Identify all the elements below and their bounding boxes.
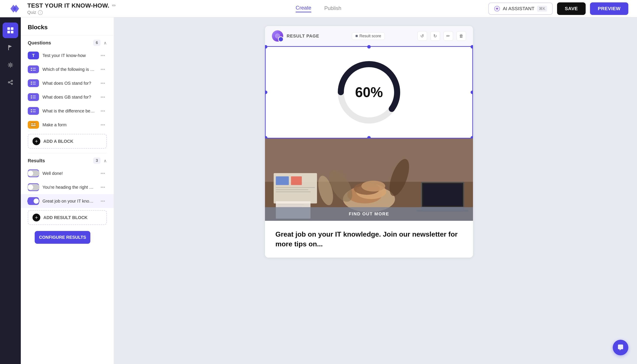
svg-rect-32: [31, 124, 33, 124]
bottom-text-block: Great job on your IT knowledge. Join our…: [265, 221, 473, 258]
list-item[interactable]: You're heading the right way. •••: [21, 180, 114, 194]
block-menu-btn[interactable]: •••: [99, 198, 107, 204]
donut-percent: 60%: [355, 84, 383, 100]
block-menu-btn[interactable]: •••: [99, 122, 107, 128]
logo-icon: [9, 2, 21, 15]
questions-label: Questions: [28, 40, 51, 46]
tab-create[interactable]: Create: [296, 5, 311, 12]
svg-rect-22: [33, 84, 36, 84]
icon-sidebar: [0, 17, 21, 364]
selection-handle-tc: [367, 45, 371, 48]
blocks-panel: Blocks Questions 6 ∧ T Test your IT know…: [21, 17, 114, 364]
form-icon: [30, 123, 36, 127]
chat-icon: [617, 344, 624, 352]
add-result-block-button[interactable]: + ADD RESULT BLOCK: [28, 210, 107, 225]
list-item[interactable]: What is the difference betwe... •••: [21, 104, 114, 118]
list-icon: [31, 81, 36, 85]
quiz-label: Quiz: [27, 10, 36, 15]
block-menu-btn[interactable]: •••: [99, 108, 107, 114]
block-label: What is the difference betwe...: [42, 108, 95, 114]
blocks-title: Blocks: [21, 17, 114, 35]
add-block-button[interactable]: + ADD A BLOCK: [28, 134, 107, 149]
svg-point-11: [11, 80, 12, 82]
find-out-more-bar[interactable]: FIND OUT MORE: [265, 207, 473, 221]
result-toggle-off[interactable]: [27, 170, 40, 176]
save-button[interactable]: SAVE: [557, 2, 586, 15]
result-toggle-off[interactable]: [27, 184, 40, 190]
sidebar-item-grid[interactable]: [2, 22, 18, 38]
list-item[interactable]: What does OS stand for? •••: [21, 76, 114, 90]
svg-rect-31: [30, 123, 36, 127]
selection-handle-tl: [265, 45, 267, 48]
result-page-card: RESULT PAGE Result score ↺ ↻ ✏ 🗑: [265, 26, 473, 258]
edit-button[interactable]: ✏: [444, 31, 453, 41]
tab-publish[interactable]: Publish: [324, 5, 342, 12]
result-score-badge: Result score: [352, 32, 385, 40]
selection-handle-tr: [470, 45, 473, 48]
delete-button[interactable]: 🗑: [456, 31, 466, 41]
add-circle-icon: +: [32, 137, 40, 145]
svg-rect-6: [11, 31, 14, 33]
sidebar-item-settings[interactable]: [2, 57, 18, 73]
questions-count: 6: [93, 40, 100, 46]
block-menu-btn[interactable]: •••: [99, 52, 107, 59]
result-header-actions: ↺ ↻ ✏ 🗑: [418, 31, 466, 41]
donut-chart: 60%: [334, 58, 404, 127]
block-menu-btn[interactable]: •••: [99, 94, 107, 100]
list-icon: [31, 109, 36, 113]
page-title: TEST YOUR IT KNOW-HOW.: [27, 2, 110, 9]
svg-rect-5: [7, 31, 10, 33]
svg-rect-45: [276, 192, 310, 192]
block-type-list-icon: [28, 79, 39, 87]
svg-rect-4: [11, 27, 14, 30]
svg-rect-28: [33, 110, 36, 110]
sidebar-item-share[interactable]: [2, 74, 18, 90]
list-item[interactable]: Make a form •••: [21, 118, 114, 132]
configure-results-button[interactable]: CONFIGURE RESULTS: [35, 231, 90, 244]
results-section-header: Results 3 ∧: [21, 153, 114, 166]
flag-icon: [7, 44, 14, 51]
svg-rect-26: [33, 98, 36, 98]
svg-rect-33: [34, 124, 36, 124]
svg-rect-16: [33, 68, 36, 69]
preview-button[interactable]: PREVIEW: [590, 2, 628, 15]
donut-chart-block[interactable]: 60%: [265, 46, 473, 138]
selection-handle-ml: [265, 90, 267, 94]
nav-right-actions: AI ASSISTANT ⌘K SAVE PREVIEW: [488, 2, 628, 15]
grid-icon: [7, 27, 14, 34]
add-result-block-label: ADD RESULT BLOCK: [43, 215, 88, 220]
svg-rect-53: [423, 184, 462, 206]
settings-icon: [7, 62, 14, 68]
svg-rect-23: [31, 96, 32, 96]
questions-collapse-btn[interactable]: ∧: [104, 40, 107, 46]
list-item[interactable]: What does GB stand for? •••: [21, 90, 114, 104]
result-page-title: RESULT PAGE: [287, 34, 319, 38]
result-toggle-on[interactable]: [27, 198, 40, 204]
list-item[interactable]: Well done! •••: [21, 166, 114, 180]
list-item[interactable]: Great job on your IT knowled... •••: [21, 194, 114, 208]
block-menu-btn[interactable]: •••: [99, 170, 107, 177]
list-icon: [31, 68, 36, 71]
back-button[interactable]: [9, 2, 21, 15]
main-layout: Blocks Questions 6 ∧ T Test your IT know…: [0, 17, 637, 364]
svg-point-50: [362, 181, 385, 192]
results-collapse-btn[interactable]: ∧: [104, 158, 107, 163]
block-menu-btn[interactable]: •••: [99, 184, 107, 191]
undo-button[interactable]: ↺: [418, 31, 427, 41]
block-type-list-icon: [28, 93, 39, 101]
chat-fab-button[interactable]: [613, 340, 628, 355]
add-block-label: ADD A BLOCK: [43, 139, 74, 144]
list-item[interactable]: Which of the following is not ... •••: [21, 62, 114, 76]
avatar-icon: [274, 33, 280, 39]
block-menu-btn[interactable]: •••: [99, 80, 107, 87]
ai-assistant-button[interactable]: AI ASSISTANT ⌘K: [488, 2, 552, 15]
svg-rect-25: [31, 98, 32, 98]
block-menu-btn[interactable]: •••: [99, 66, 107, 73]
result-avatar: [272, 30, 283, 42]
list-item[interactable]: T Test your IT know-how •••: [21, 48, 114, 62]
redo-button[interactable]: ↻: [430, 31, 440, 41]
edit-title-icon[interactable]: ✏: [112, 3, 116, 8]
info-icon[interactable]: i: [38, 10, 43, 15]
sidebar-item-flag[interactable]: [2, 40, 18, 56]
results-label: Results: [28, 158, 45, 164]
